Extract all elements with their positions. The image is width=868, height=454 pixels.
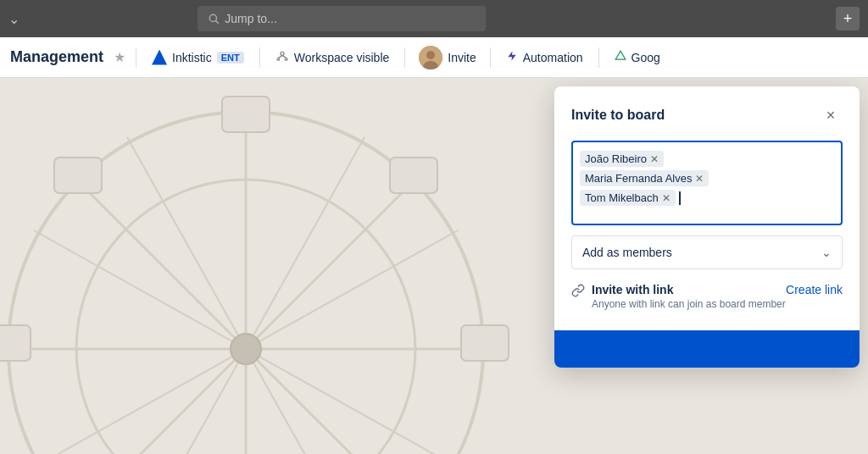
search-placeholder: Jump to... <box>225 12 276 25</box>
tag-maria-label: Maria Fernanda Alves <box>585 172 692 185</box>
invite-button[interactable]: Invite <box>412 42 482 73</box>
svg-rect-23 <box>222 97 270 132</box>
invite-link-title: Invite with link <box>592 283 673 296</box>
text-cursor <box>679 191 681 205</box>
svg-line-6 <box>282 55 287 58</box>
workspace-nav-item[interactable]: Workspace visible <box>267 46 398 69</box>
svg-marker-11 <box>615 51 626 59</box>
tag-row-tom: Tom Mikelbach ✕ <box>580 188 834 208</box>
nav-divider-3 <box>404 47 405 68</box>
google-nav-item[interactable]: Goog <box>606 47 669 68</box>
tag-tom-label: Tom Mikelbach <box>585 191 659 204</box>
svg-marker-10 <box>508 51 515 61</box>
google-label: Goog <box>632 51 660 64</box>
workspace-icon <box>275 49 289 66</box>
automation-label: Automation <box>523 51 583 64</box>
invite-modal: Invite to board × João Ribeiro ✕ Maria F… <box>554 86 860 368</box>
ferris-wheel-svg <box>0 78 542 454</box>
svg-line-1 <box>216 21 219 24</box>
nav-divider-5 <box>598 47 599 68</box>
add-button[interactable]: + <box>836 7 860 30</box>
modal-header: Invite to board × <box>571 103 843 127</box>
svg-rect-29 <box>390 158 437 193</box>
modal-title: Invite to board <box>571 108 665 123</box>
svg-rect-26 <box>461 325 509 361</box>
invite-label: Invite <box>448 51 476 64</box>
top-bar: ⌄ Jump to... + <box>0 0 868 37</box>
svg-rect-25 <box>0 325 31 361</box>
search-bar[interactable]: Jump to... <box>198 6 486 31</box>
svg-line-5 <box>278 55 282 58</box>
workspace-label: Workspace visible <box>294 51 390 64</box>
search-icon <box>208 13 220 25</box>
tag-joao: João Ribeiro ✕ <box>580 151 664 167</box>
dropdown-label: Add as members <box>582 246 672 259</box>
automation-nav-item[interactable]: Automation <box>498 47 592 69</box>
tag-tom: Tom Mikelbach ✕ <box>580 190 676 206</box>
svg-point-8 <box>426 51 435 59</box>
atlas-badge: ENT <box>217 52 244 64</box>
content-area: Invite to board × João Ribeiro ✕ Maria F… <box>0 78 868 454</box>
svg-rect-27 <box>54 158 102 193</box>
board-title: Management <box>10 48 103 66</box>
send-invite-button[interactable] <box>554 330 860 368</box>
nav-divider-4 <box>490 47 491 68</box>
invite-link-content: Invite with link Create link Anyone with… <box>592 283 843 310</box>
invite-link-desc: Anyone with link can join as board membe… <box>592 298 843 310</box>
atlas-label: Inktistic <box>172 51 212 64</box>
invite-link-row: Invite with link Create link Anyone with… <box>571 283 843 310</box>
svg-point-22 <box>231 334 261 364</box>
chevron-down-icon[interactable]: ⌄ <box>8 11 19 27</box>
nav-divider <box>136 47 136 68</box>
lightning-icon <box>506 50 518 65</box>
svg-point-0 <box>210 14 217 21</box>
nav-divider-2 <box>259 47 260 68</box>
atlas-nav-item[interactable]: Inktistic ENT <box>143 47 253 69</box>
nav-bar: Management ★ Inktistic ENT Workspace vis… <box>0 37 868 78</box>
tag-row-maria: Maria Fernanda Alves ✕ <box>580 169 834 188</box>
star-icon[interactable]: ★ <box>110 46 129 69</box>
close-button[interactable]: × <box>819 103 843 127</box>
tag-maria-remove[interactable]: ✕ <box>695 174 704 184</box>
tags-input[interactable]: João Ribeiro ✕ Maria Fernanda Alves ✕ To… <box>571 141 843 225</box>
create-link-button[interactable]: Create link <box>786 283 843 296</box>
atlas-icon <box>152 50 167 65</box>
tag-joao-label: João Ribeiro <box>585 152 647 165</box>
avatar <box>419 46 442 69</box>
tag-maria: Maria Fernanda Alves ✕ <box>580 170 709 186</box>
tag-tom-remove[interactable]: ✕ <box>662 193 670 203</box>
invite-link-header: Invite with link Create link <box>592 283 843 296</box>
role-dropdown[interactable]: Add as members ⌄ <box>571 235 843 269</box>
drive-icon <box>615 50 626 64</box>
svg-point-3 <box>277 58 280 60</box>
svg-point-2 <box>281 52 284 55</box>
link-icon <box>571 284 585 301</box>
tag-joao-remove[interactable]: ✕ <box>650 154 659 164</box>
svg-point-4 <box>285 58 287 60</box>
chevron-icon: ⌄ <box>821 246 832 259</box>
tag-row-joao: João Ribeiro ✕ <box>580 149 834 169</box>
